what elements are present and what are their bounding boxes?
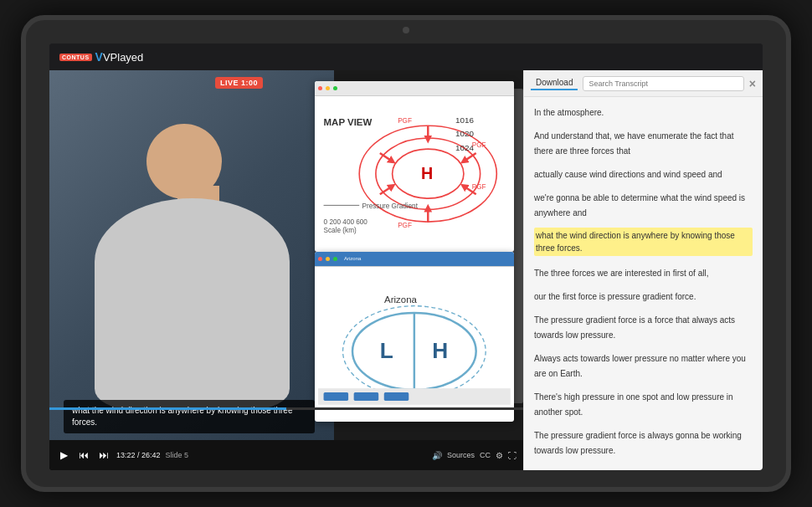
diagram-overlay-1: MAP VIEW	[315, 81, 514, 251]
app-name: VVPlayed	[95, 50, 144, 64]
tablet-shell: CONTUS VVPlayed	[21, 15, 791, 492]
dot-red	[318, 86, 322, 90]
download-tab[interactable]: Download	[531, 76, 578, 90]
transcript-block: what the wind direction is anywhere by k…	[534, 228, 753, 256]
slide-label: Slide 5	[166, 451, 189, 459]
transcript-header: Download ×	[524, 70, 763, 97]
time-display: 13:22 / 26:42	[116, 451, 161, 459]
transcript-block: The pressure gradient force is a force t…	[534, 311, 753, 341]
video-player[interactable]: LIVE 1:00 MAP VIEW	[49, 70, 523, 440]
cc-button[interactable]: CC	[480, 451, 491, 459]
camera	[403, 27, 409, 33]
diagram-body-2: Arizona L H	[315, 267, 514, 422]
volume-icon[interactable]: 🔊	[432, 451, 442, 460]
person-body	[95, 198, 290, 410]
diagram2-bar-label: Arizona	[344, 256, 361, 261]
transcript-close-button[interactable]: ×	[749, 77, 756, 90]
settings-icon[interactable]: ⚙	[496, 451, 503, 460]
transcript-text: There's high pressure in one spot and lo…	[534, 392, 733, 417]
main-content: LIVE 1:00 MAP VIEW	[49, 70, 763, 470]
controls-bar: ▶ ⏮ ⏭ 13:22 / 26:42 Slide 5 🔊	[49, 440, 523, 470]
transcript-text: we're gonna be able to determine what th…	[534, 193, 745, 218]
svg-text:PGF: PGF	[398, 222, 412, 229]
transcript-body: In the atmosphere.And understand that, w…	[524, 97, 763, 470]
transcript-block: There's high pressure in one spot and lo…	[534, 388, 753, 418]
rewind-button[interactable]: ⏮	[76, 448, 91, 463]
svg-text:L: L	[380, 338, 393, 363]
subtitle-bar: what the wind direction is anywhere by k…	[64, 400, 315, 433]
svg-text:PGF: PGF	[472, 142, 486, 150]
svg-text:1020: 1020	[455, 130, 474, 139]
transcript-text: Now when we say that, we're always talki…	[534, 469, 743, 470]
transcript-block: The pressure gradient force is always go…	[534, 427, 753, 457]
brand-badge: CONTUS	[59, 54, 92, 61]
svg-rect-29	[324, 392, 349, 401]
map-view-svg: MAP VIEW	[318, 100, 511, 248]
speaker-figure	[69, 107, 329, 433]
dot-yellow	[326, 86, 330, 90]
live-badge: LIVE 1:00	[215, 77, 263, 89]
svg-text:H: H	[421, 164, 433, 182]
svg-text:PGF: PGF	[398, 117, 412, 125]
transcript-text: In the atmosphere.	[534, 108, 604, 117]
transcript-block: our the first force is pressure gradient…	[534, 288, 753, 303]
svg-text:Scale (km): Scale (km)	[324, 227, 357, 234]
dot-yellow-2	[326, 257, 330, 261]
diagram-header-2: Arizona	[315, 252, 514, 267]
video-progress-bar[interactable]	[49, 407, 523, 410]
transcript-panel: Download × In the atmosphere.And underst…	[523, 70, 763, 470]
fullscreen-icon[interactable]: ⛶	[508, 451, 516, 460]
lh-svg: Arizona L H	[318, 270, 511, 418]
transcript-text: what the wind direction is anywhere by k…	[534, 228, 753, 256]
top-bar: CONTUS VVPlayed	[49, 44, 763, 70]
transcript-text: And understand that, we have enumerate t…	[534, 131, 734, 156]
transcript-block: The three forces we are interested in fi…	[534, 264, 753, 279]
dot-red-2	[318, 257, 322, 261]
diagram-header-1	[315, 81, 514, 96]
dot-green-2	[333, 257, 337, 261]
transcript-block: actually cause wind directions and wind …	[534, 166, 753, 181]
transcript-block: In the atmosphere.	[534, 104, 753, 119]
transcript-text: The pressure gradient force is always go…	[534, 431, 742, 455]
svg-rect-30	[354, 392, 379, 401]
svg-text:Pressure Gradient: Pressure Gradient	[362, 202, 418, 210]
svg-text:PGF: PGF	[472, 183, 486, 191]
transcript-text: actually cause wind directions and wind …	[534, 170, 722, 179]
svg-text:Arizona: Arizona	[384, 294, 418, 305]
sources-button[interactable]: Sources	[447, 451, 475, 459]
video-progress-fill	[49, 407, 286, 410]
svg-text:H: H	[432, 338, 448, 363]
transcript-text: The pressure gradient force is a force t…	[534, 315, 735, 340]
transcript-search-input[interactable]	[583, 76, 743, 91]
transcript-block: we're gonna be able to determine what th…	[534, 189, 753, 219]
svg-text:MAP VIEW: MAP VIEW	[324, 117, 373, 127]
play-button[interactable]: ▶	[56, 448, 71, 463]
logo-area: CONTUS VVPlayed	[59, 50, 143, 64]
transcript-text: The three forces we are interested in fi…	[534, 269, 708, 278]
app-container: CONTUS VVPlayed	[49, 44, 763, 470]
svg-text:0  200 400 600: 0 200 400 600	[324, 219, 368, 227]
fast-forward-button[interactable]: ⏭	[96, 448, 111, 463]
diagram-overlay-2: Arizona Arizona	[315, 252, 514, 422]
transcript-block: Always acts towards lower pressure no ma…	[534, 350, 753, 380]
svg-rect-31	[384, 392, 409, 401]
transcript-block: Now when we say that, we're always talki…	[534, 465, 753, 470]
svg-text:1016: 1016	[455, 115, 474, 125]
transcript-text: Always acts towards lower pressure no ma…	[534, 354, 746, 378]
dot-green	[333, 86, 337, 90]
transcript-text: our the first force is pressure gradient…	[534, 292, 696, 301]
transcript-block: And understand that, we have enumerate t…	[534, 127, 753, 157]
video-area: LIVE 1:00 MAP VIEW	[49, 70, 523, 470]
diagram-body-1: MAP VIEW	[315, 96, 514, 251]
